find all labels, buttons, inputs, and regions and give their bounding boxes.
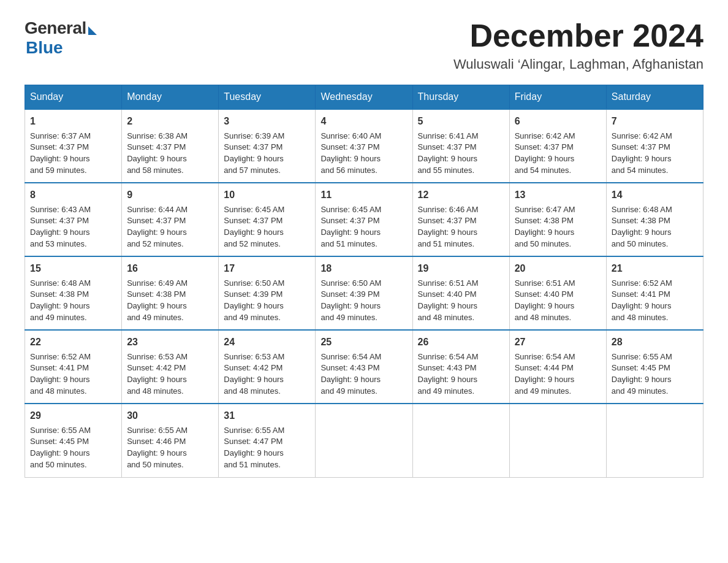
calendar-cell: 23Sunrise: 6:53 AMSunset: 4:42 PMDayligh… <box>122 330 219 404</box>
day-info: Sunrise: 6:55 AMSunset: 4:47 PMDaylight:… <box>224 425 310 471</box>
day-number: 20 <box>515 262 601 275</box>
day-number: 12 <box>418 188 504 202</box>
calendar-cell: 27Sunrise: 6:54 AMSunset: 4:44 PMDayligh… <box>509 330 606 404</box>
calendar-cell: 26Sunrise: 6:54 AMSunset: 4:43 PMDayligh… <box>412 330 509 404</box>
weekday-header-monday: Monday <box>122 85 219 110</box>
calendar-cell: 12Sunrise: 6:46 AMSunset: 4:37 PMDayligh… <box>412 183 509 256</box>
day-info: Sunrise: 6:53 AMSunset: 4:42 PMDaylight:… <box>127 351 213 397</box>
calendar-cell: 10Sunrise: 6:45 AMSunset: 4:37 PMDayligh… <box>219 183 316 256</box>
day-number: 30 <box>127 409 213 423</box>
day-number: 22 <box>30 335 116 349</box>
day-number: 31 <box>224 409 310 423</box>
calendar-cell: 2Sunrise: 6:38 AMSunset: 4:37 PMDaylight… <box>122 109 219 183</box>
day-number: 6 <box>515 115 601 128</box>
day-info: Sunrise: 6:55 AMSunset: 4:45 PMDaylight:… <box>612 351 698 397</box>
calendar-cell: 19Sunrise: 6:51 AMSunset: 4:40 PMDayligh… <box>412 256 509 330</box>
day-number: 19 <box>418 262 504 275</box>
calendar-cell: 7Sunrise: 6:42 AMSunset: 4:37 PMDaylight… <box>606 109 703 183</box>
calendar-cell: 9Sunrise: 6:44 AMSunset: 4:37 PMDaylight… <box>122 183 219 256</box>
weekday-header-saturday: Saturday <box>606 85 703 110</box>
calendar-cell <box>412 404 509 477</box>
calendar-cell: 21Sunrise: 6:52 AMSunset: 4:41 PMDayligh… <box>606 256 703 330</box>
day-number: 14 <box>612 188 698 202</box>
calendar-cell: 14Sunrise: 6:48 AMSunset: 4:38 PMDayligh… <box>606 183 703 256</box>
day-number: 1 <box>30 115 116 128</box>
title-section: December 2024 Wuluswali ‘Alingar, Laghma… <box>453 18 703 72</box>
day-number: 29 <box>30 409 116 423</box>
day-info: Sunrise: 6:53 AMSunset: 4:42 PMDaylight:… <box>224 351 310 397</box>
calendar-cell: 4Sunrise: 6:40 AMSunset: 4:37 PMDaylight… <box>316 109 412 183</box>
day-info: Sunrise: 6:43 AMSunset: 4:37 PMDaylight:… <box>30 204 116 250</box>
day-number: 3 <box>224 115 310 128</box>
calendar-cell: 25Sunrise: 6:54 AMSunset: 4:43 PMDayligh… <box>316 330 412 404</box>
calendar-cell <box>606 404 703 477</box>
day-info: Sunrise: 6:52 AMSunset: 4:41 PMDaylight:… <box>30 351 116 397</box>
calendar-cell: 28Sunrise: 6:55 AMSunset: 4:45 PMDayligh… <box>606 330 703 404</box>
weekday-header-sunday: Sunday <box>25 85 122 110</box>
logo-triangle-icon <box>88 26 97 35</box>
week-row-5: 29Sunrise: 6:55 AMSunset: 4:45 PMDayligh… <box>25 404 703 477</box>
calendar-cell: 16Sunrise: 6:49 AMSunset: 4:38 PMDayligh… <box>122 256 219 330</box>
day-info: Sunrise: 6:51 AMSunset: 4:40 PMDaylight:… <box>515 278 601 324</box>
day-number: 5 <box>418 115 504 128</box>
calendar-cell: 18Sunrise: 6:50 AMSunset: 4:39 PMDayligh… <box>316 256 412 330</box>
calendar-cell: 22Sunrise: 6:52 AMSunset: 4:41 PMDayligh… <box>25 330 122 404</box>
day-info: Sunrise: 6:45 AMSunset: 4:37 PMDaylight:… <box>224 204 310 250</box>
location-title: Wuluswali ‘Alingar, Laghman, Afghanistan <box>453 56 703 72</box>
calendar-cell: 31Sunrise: 6:55 AMSunset: 4:47 PMDayligh… <box>219 404 316 477</box>
day-number: 9 <box>127 188 213 202</box>
calendar-cell: 29Sunrise: 6:55 AMSunset: 4:45 PMDayligh… <box>25 404 122 477</box>
calendar-cell: 17Sunrise: 6:50 AMSunset: 4:39 PMDayligh… <box>219 256 316 330</box>
day-info: Sunrise: 6:55 AMSunset: 4:45 PMDaylight:… <box>30 425 116 471</box>
calendar-cell: 20Sunrise: 6:51 AMSunset: 4:40 PMDayligh… <box>509 256 606 330</box>
day-info: Sunrise: 6:41 AMSunset: 4:37 PMDaylight:… <box>418 131 504 177</box>
week-row-1: 1Sunrise: 6:37 AMSunset: 4:37 PMDaylight… <box>25 109 703 183</box>
day-info: Sunrise: 6:42 AMSunset: 4:37 PMDaylight:… <box>612 131 698 177</box>
day-number: 18 <box>320 262 407 275</box>
calendar-cell: 6Sunrise: 6:42 AMSunset: 4:37 PMDaylight… <box>509 109 606 183</box>
day-number: 11 <box>320 188 407 202</box>
calendar-cell: 30Sunrise: 6:55 AMSunset: 4:46 PMDayligh… <box>122 404 219 477</box>
logo-blue-text: Blue <box>26 38 63 58</box>
day-number: 28 <box>612 335 698 349</box>
day-info: Sunrise: 6:48 AMSunset: 4:38 PMDaylight:… <box>30 278 116 324</box>
day-info: Sunrise: 6:48 AMSunset: 4:38 PMDaylight:… <box>612 204 698 250</box>
calendar-cell: 24Sunrise: 6:53 AMSunset: 4:42 PMDayligh… <box>219 330 316 404</box>
calendar-cell <box>316 404 412 477</box>
day-number: 4 <box>320 115 407 128</box>
calendar-cell: 13Sunrise: 6:47 AMSunset: 4:38 PMDayligh… <box>509 183 606 256</box>
day-number: 25 <box>320 335 407 349</box>
day-number: 15 <box>30 262 116 275</box>
day-number: 23 <box>127 335 213 349</box>
day-info: Sunrise: 6:50 AMSunset: 4:39 PMDaylight:… <box>320 278 407 324</box>
day-info: Sunrise: 6:55 AMSunset: 4:46 PMDaylight:… <box>127 425 213 471</box>
day-info: Sunrise: 6:42 AMSunset: 4:37 PMDaylight:… <box>515 131 601 177</box>
calendar-cell <box>509 404 606 477</box>
weekday-header-tuesday: Tuesday <box>219 85 316 110</box>
day-info: Sunrise: 6:39 AMSunset: 4:37 PMDaylight:… <box>224 131 310 177</box>
day-info: Sunrise: 6:46 AMSunset: 4:37 PMDaylight:… <box>418 204 504 250</box>
page-header: General Blue December 2024 Wuluswali ‘Al… <box>25 18 703 72</box>
logo: General Blue <box>25 18 97 58</box>
day-info: Sunrise: 6:37 AMSunset: 4:37 PMDaylight:… <box>30 131 116 177</box>
calendar-cell: 3Sunrise: 6:39 AMSunset: 4:37 PMDaylight… <box>219 109 316 183</box>
day-info: Sunrise: 6:50 AMSunset: 4:39 PMDaylight:… <box>224 278 310 324</box>
weekday-header-thursday: Thursday <box>412 85 509 110</box>
day-info: Sunrise: 6:49 AMSunset: 4:38 PMDaylight:… <box>127 278 213 324</box>
day-info: Sunrise: 6:38 AMSunset: 4:37 PMDaylight:… <box>127 131 213 177</box>
logo-general-text: General <box>25 18 86 38</box>
calendar-cell: 5Sunrise: 6:41 AMSunset: 4:37 PMDaylight… <box>412 109 509 183</box>
calendar-cell: 15Sunrise: 6:48 AMSunset: 4:38 PMDayligh… <box>25 256 122 330</box>
day-info: Sunrise: 6:54 AMSunset: 4:43 PMDaylight:… <box>418 351 504 397</box>
calendar-cell: 11Sunrise: 6:45 AMSunset: 4:37 PMDayligh… <box>316 183 412 256</box>
day-number: 13 <box>515 188 601 202</box>
day-number: 7 <box>612 115 698 128</box>
week-row-4: 22Sunrise: 6:52 AMSunset: 4:41 PMDayligh… <box>25 330 703 404</box>
day-info: Sunrise: 6:52 AMSunset: 4:41 PMDaylight:… <box>612 278 698 324</box>
day-number: 16 <box>127 262 213 275</box>
day-info: Sunrise: 6:40 AMSunset: 4:37 PMDaylight:… <box>320 131 407 177</box>
day-number: 17 <box>224 262 310 275</box>
day-info: Sunrise: 6:45 AMSunset: 4:37 PMDaylight:… <box>320 204 407 250</box>
day-number: 26 <box>418 335 504 349</box>
week-row-2: 8Sunrise: 6:43 AMSunset: 4:37 PMDaylight… <box>25 183 703 256</box>
